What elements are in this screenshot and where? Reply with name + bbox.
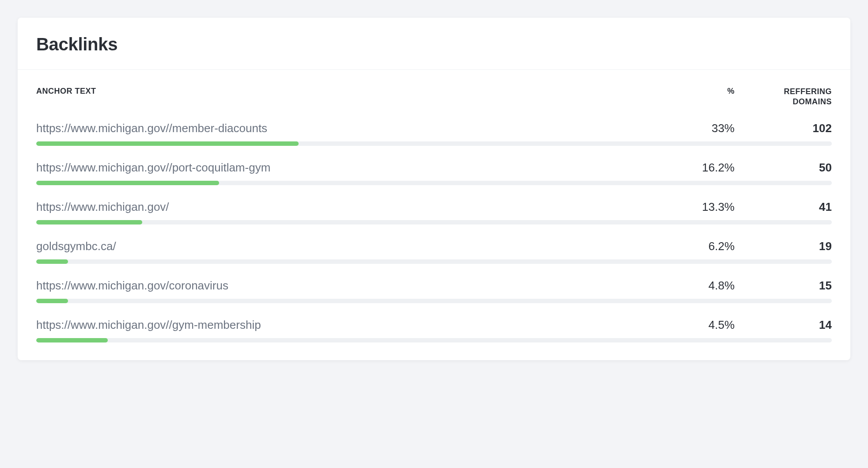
card-header: Backlinks [18,18,850,70]
percent-cell: 6.2% [673,240,735,253]
anchor-text-cell: https://www.michigan.gov//gym-membership [36,318,673,332]
table-row: goldsgymbc.ca/6.2%19 [36,224,832,264]
table-header-row: ANCHOR TEXT % REFFERING DOMAINS [18,70,850,107]
percent-cell: 33% [673,122,735,135]
table-row: https://www.michigan.gov//member-diacoun… [36,107,832,146]
progress-bar-track [36,181,832,185]
anchor-text-cell: goldsgymbc.ca/ [36,240,673,253]
referring-domains-cell: 19 [735,240,832,253]
table-body: https://www.michigan.gov//member-diacoun… [18,107,850,360]
page-background: Backlinks ANCHOR TEXT % REFFERING DOMAIN… [0,0,868,468]
table-row-values: https://www.michigan.gov//gym-membership… [36,318,832,332]
backlinks-card: Backlinks ANCHOR TEXT % REFFERING DOMAIN… [18,18,850,360]
referring-domains-cell: 50 [735,161,832,175]
percent-cell: 4.5% [673,318,735,332]
referring-domains-cell: 15 [735,279,832,293]
column-header-anchor-text: ANCHOR TEXT [36,87,673,96]
table-row: https://www.michigan.gov/13.3%41 [36,185,832,224]
progress-bar-fill [36,259,68,264]
progress-bar-fill [36,181,219,185]
percent-cell: 13.3% [673,200,735,214]
progress-bar-track [36,338,832,342]
table-row-values: https://www.michigan.gov/coronavirus4.8%… [36,279,832,293]
anchor-text-cell: https://www.michigan.gov//member-diacoun… [36,122,673,135]
progress-bar-fill [36,299,68,303]
table-row-values: https://www.michigan.gov//port-coquitlam… [36,161,832,175]
referring-domains-cell: 14 [735,318,832,332]
progress-bar-fill [36,141,299,146]
anchor-text-cell: https://www.michigan.gov/ [36,200,673,214]
percent-cell: 4.8% [673,279,735,293]
table-row: https://www.michigan.gov//gym-membership… [36,303,832,342]
progress-bar-track [36,141,832,146]
progress-bar-track [36,220,832,224]
anchor-text-cell: https://www.michigan.gov//port-coquitlam… [36,161,673,175]
table-row: https://www.michigan.gov/coronavirus4.8%… [36,264,832,303]
progress-bar-track [36,299,832,303]
table-row-values: goldsgymbc.ca/6.2%19 [36,240,832,253]
percent-cell: 16.2% [673,161,735,175]
anchor-text-cell: https://www.michigan.gov/coronavirus [36,279,673,293]
card-title: Backlinks [36,34,832,54]
table-row-values: https://www.michigan.gov/13.3%41 [36,200,832,214]
column-header-referring-domains: REFFERING DOMAINS [735,87,832,107]
referring-domains-cell: 41 [735,200,832,214]
progress-bar-fill [36,220,142,224]
progress-bar-fill [36,338,108,342]
referring-domains-cell: 102 [735,122,832,135]
progress-bar-track [36,259,832,264]
table-row: https://www.michigan.gov//port-coquitlam… [36,146,832,185]
table-row-values: https://www.michigan.gov//member-diacoun… [36,122,832,135]
column-header-percent: % [673,87,735,96]
